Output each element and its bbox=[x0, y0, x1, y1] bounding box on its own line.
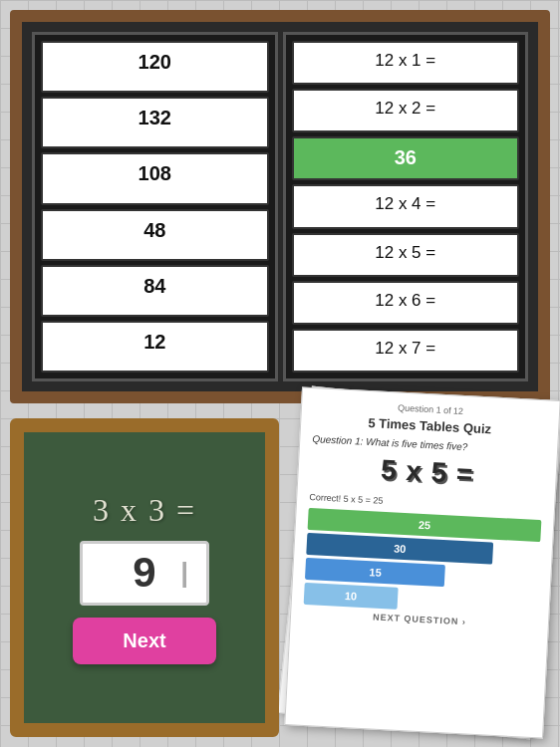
equation-card-7[interactable]: 12 x 7 = bbox=[292, 329, 520, 373]
top-blackboard: 120 132 108 48 84 12 12 x 1 = 12 x 2 = 3… bbox=[10, 10, 550, 403]
equation-card-6[interactable]: 12 x 6 = bbox=[292, 281, 520, 325]
chalk-answer-value: 9 bbox=[133, 549, 155, 597]
chalk-answer-box[interactable]: 9 bbox=[80, 541, 209, 606]
quiz-bar-4[interactable]: 10 bbox=[304, 583, 399, 610]
answer-card-3[interactable]: 108 bbox=[41, 152, 269, 204]
quiz-big-equation: 5 x 5 = bbox=[310, 450, 544, 494]
quiz-next-label[interactable]: NEXT QUESTION › bbox=[303, 609, 536, 630]
equation-card-1[interactable]: 12 x 1 = bbox=[292, 41, 520, 85]
answer-card-6[interactable]: 12 bbox=[41, 321, 269, 373]
equations-panel: 12 x 1 = 12 x 2 = 36 12 x 4 = 12 x 5 = 1… bbox=[283, 32, 529, 381]
bottom-chalkboard: 3 x 3 = 9 Next bbox=[10, 418, 279, 737]
next-button[interactable]: Next bbox=[73, 618, 215, 664]
answer-card-5[interactable]: 84 bbox=[41, 265, 269, 317]
equation-card-5[interactable]: 12 x 5 = bbox=[292, 233, 520, 277]
quiz-paper: Question 1 of 12 5 Times Tables Quiz Que… bbox=[284, 386, 560, 738]
answer-card-1[interactable]: 120 bbox=[41, 41, 269, 93]
answers-panel: 120 132 108 48 84 12 bbox=[32, 32, 278, 381]
equation-card-4[interactable]: 12 x 4 = bbox=[292, 184, 520, 228]
quiz-paper-content: Question 1 of 12 5 Times Tables Quiz Que… bbox=[298, 398, 547, 727]
quiz-bar-3[interactable]: 15 bbox=[305, 558, 445, 587]
chalk-equation: 3 x 3 = bbox=[93, 492, 196, 529]
equation-card-2[interactable]: 12 x 2 = bbox=[292, 89, 520, 132]
answer-card-4[interactable]: 48 bbox=[41, 209, 269, 261]
answer-card-2[interactable]: 132 bbox=[41, 97, 269, 148]
equation-card-3-highlighted[interactable]: 36 bbox=[292, 136, 520, 180]
